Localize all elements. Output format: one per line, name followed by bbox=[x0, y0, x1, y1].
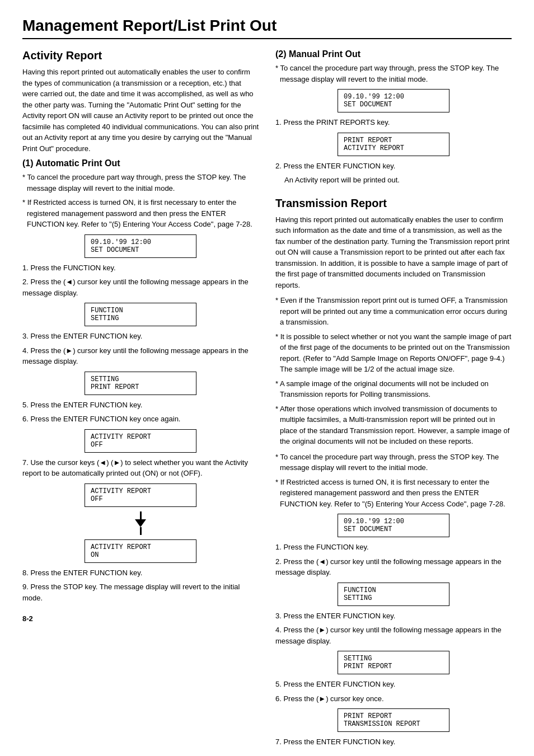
auto-print-step7: 7. Use the cursor keys (◄) (►) to select… bbox=[22, 457, 259, 479]
auto-print-display4: ACTIVITY REPORT OFF bbox=[85, 429, 196, 453]
auto-print-display3: SETTING PRINT REPORT bbox=[85, 372, 196, 395]
transmission-report-body: Having this report printed out automatic… bbox=[275, 214, 512, 291]
transmission-display1: 09.10.'99 12:00 SET DOCUMENT bbox=[338, 514, 449, 537]
transmission-note1: * Even if the Transmission report print … bbox=[275, 295, 512, 328]
transmission-note4: * After those operations which involved … bbox=[275, 403, 512, 447]
auto-print-step2: 2. Press the (◄) cursor key until the fo… bbox=[22, 276, 259, 298]
activity-report-body: Having this report printed out automatic… bbox=[22, 67, 259, 154]
manual-print-display2-line1: PRINT REPORT bbox=[344, 137, 443, 144]
auto-print-step8: 8. Press the ENTER FUNCTION key. bbox=[22, 567, 259, 579]
manual-print-display2-line2: ACTIVITY REPORT bbox=[344, 144, 443, 152]
transmission-note3: * A sample image of the original documen… bbox=[275, 378, 512, 400]
transmission-display1-line2: SET DOCUMENT bbox=[344, 525, 443, 533]
manual-print-step2b: An Activity report will be printed out. bbox=[284, 175, 512, 186]
auto-print-display5-line1: ACTIVITY REPORT bbox=[91, 487, 190, 495]
auto-print-display1: 09.10.'99 12:00 SET DOCUMENT bbox=[85, 234, 196, 258]
activity-report-title: Activity Report bbox=[22, 49, 259, 62]
manual-print-display2: PRINT REPORT ACTIVITY REPORT bbox=[338, 133, 449, 156]
page-number: 8-2 bbox=[22, 614, 259, 623]
arrow-indicator bbox=[22, 511, 259, 535]
auto-print-display4-line1: ACTIVITY REPORT bbox=[91, 433, 190, 441]
transmission-step7: 7. Press the ENTER FUNCTION key. bbox=[275, 736, 512, 748]
manual-print-display1-line1: 09.10.'99 12:00 bbox=[344, 93, 443, 101]
auto-print-display2: FUNCTION SETTING bbox=[85, 303, 196, 326]
auto-print-display6-line1: ACTIVITY REPORT bbox=[91, 543, 190, 551]
left-column: Activity Report Having this report print… bbox=[22, 49, 259, 751]
auto-print-display5-line2: OFF bbox=[91, 495, 190, 503]
transmission-note6: * If Restricted access is turned ON, it … bbox=[275, 477, 512, 510]
auto-print-display6-line2: ON bbox=[91, 551, 190, 559]
transmission-display3-line2: PRINT REPORT bbox=[344, 663, 443, 670]
auto-print-note2: * If Restricted access is turned ON, it … bbox=[22, 197, 259, 230]
auto-print-step9: 9. Press the STOP key. The message displ… bbox=[22, 581, 259, 603]
auto-print-display6: ACTIVITY REPORT ON bbox=[85, 539, 196, 563]
auto-print-step4: 4. Press the (►) cursor key until the fo… bbox=[22, 345, 259, 367]
auto-print-step3: 3. Press the ENTER FUNCTION key. bbox=[22, 331, 259, 342]
transmission-display3: SETTING PRINT REPORT bbox=[338, 651, 449, 674]
right-column: (2) Manual Print Out * To cancel the pro… bbox=[275, 49, 512, 751]
auto-print-display5: ACTIVITY REPORT OFF bbox=[85, 483, 196, 507]
transmission-step6: 6. Press the (►) cursor key once. bbox=[275, 693, 512, 705]
manual-print-note1: * To cancel the procedure part way throu… bbox=[275, 63, 512, 84]
transmission-step4: 4. Press the (►) cursor key until the fo… bbox=[275, 624, 512, 646]
transmission-display2-line1: FUNCTION bbox=[344, 586, 443, 594]
auto-print-display2-line2: SETTING bbox=[91, 314, 190, 322]
auto-print-display3-line2: PRINT REPORT bbox=[91, 383, 190, 391]
transmission-step3: 3. Press the ENTER FUNCTION key. bbox=[275, 611, 512, 622]
transmission-step5: 5. Press the ENTER FUNCTION key. bbox=[275, 679, 512, 690]
manual-print-display1: 09.10.'99 12:00 SET DOCUMENT bbox=[338, 89, 449, 112]
page-title: Management Report/List Print Out bbox=[22, 17, 512, 39]
transmission-display2-line2: SETTING bbox=[344, 594, 443, 602]
transmission-display3-line1: SETTING bbox=[344, 655, 443, 663]
auto-print-display4-line2: OFF bbox=[91, 441, 190, 449]
manual-print-title: (2) Manual Print Out bbox=[275, 49, 512, 59]
transmission-report-title: Transmission Report bbox=[275, 197, 512, 210]
auto-print-note1: * To cancel the procedure part way throu… bbox=[22, 172, 259, 194]
transmission-step1: 1. Press the FUNCTION key. bbox=[275, 542, 512, 553]
auto-print-title: (1) Automatic Print Out bbox=[22, 158, 259, 168]
transmission-display2: FUNCTION SETTING bbox=[338, 583, 449, 606]
auto-print-display1-line1: 09.10.'99 12:00 bbox=[91, 238, 190, 246]
auto-print-display1-line2: SET DOCUMENT bbox=[91, 246, 190, 254]
transmission-display4: PRINT REPORT TRANSMISSION REPORT bbox=[338, 708, 449, 732]
auto-print-step5: 5. Press the ENTER FUNCTION key. bbox=[22, 400, 259, 411]
transmission-display1-line1: 09.10.'99 12:00 bbox=[344, 518, 443, 525]
transmission-display4-line1: PRINT REPORT bbox=[344, 712, 443, 720]
auto-print-step6: 6. Press the ENTER FUNCTION key once aga… bbox=[22, 414, 259, 425]
transmission-step2: 2. Press the (◄) cursor key until the fo… bbox=[275, 556, 512, 578]
manual-print-step1: 1. Press the PRINT REPORTS key. bbox=[275, 117, 512, 128]
transmission-display4-line2: TRANSMISSION REPORT bbox=[344, 720, 443, 728]
auto-print-display3-line1: SETTING bbox=[91, 375, 190, 383]
transmission-note2: * It is possible to select whether or no… bbox=[275, 331, 512, 375]
manual-print-display1-line2: SET DOCUMENT bbox=[344, 101, 443, 109]
auto-print-display2-line1: FUNCTION bbox=[91, 307, 190, 314]
transmission-note5: * To cancel the procedure part way throu… bbox=[275, 452, 512, 473]
auto-print-step1: 1. Press the FUNCTION key. bbox=[22, 262, 259, 274]
manual-print-step2: 2. Press the ENTER FUNCTION key. bbox=[275, 161, 512, 172]
